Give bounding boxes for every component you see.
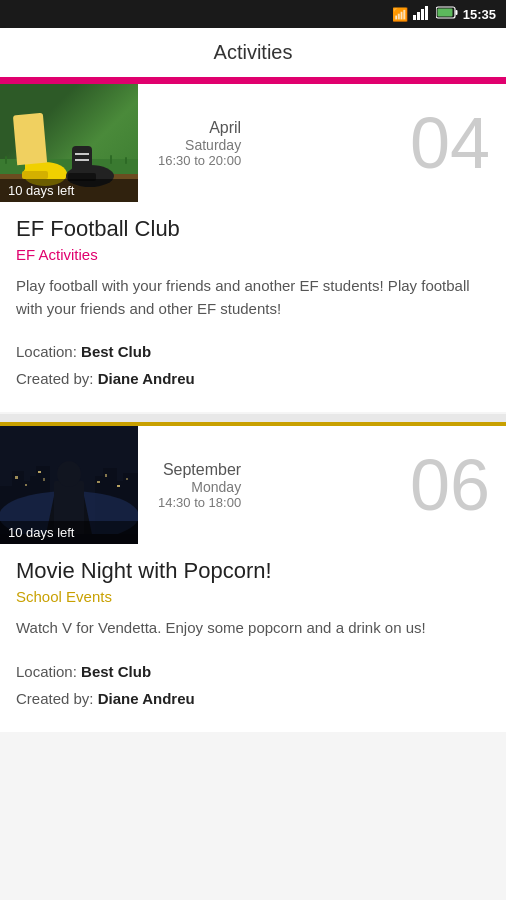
battery-icon [436, 6, 458, 22]
activity-thumbnail-2: 10 days left [0, 426, 138, 544]
activities-list: 10 days left April Saturday 16:30 to 20:… [0, 80, 506, 732]
svg-rect-1 [417, 12, 420, 20]
svg-rect-43 [97, 481, 100, 483]
date-section-1: April Saturday 16:30 to 20:00 04 [138, 84, 506, 202]
wifi-icon: 📶 [392, 7, 408, 22]
svg-rect-6 [437, 9, 452, 17]
activity-card-2[interactable]: 10 days left September Monday 14:30 to 1… [0, 422, 506, 732]
event-category-1: EF Activities [16, 246, 490, 263]
svg-rect-21 [110, 155, 112, 164]
svg-rect-22 [125, 157, 127, 164]
days-left-badge-1: 10 days left [0, 179, 138, 202]
date-day-2: Monday [158, 479, 241, 495]
activity-card-1[interactable]: 10 days left April Saturday 16:30 to 20:… [0, 80, 506, 412]
card-content-2: Movie Night with Popcorn! School Events … [0, 544, 506, 732]
event-location-1: Location: Best Club [16, 338, 490, 365]
svg-rect-11 [22, 171, 48, 179]
status-icons: 📶 15:35 [392, 6, 496, 23]
time-display: 15:35 [463, 7, 496, 22]
event-description-2: Watch V for Vendetta. Enjoy some popcorn… [16, 617, 490, 640]
svg-point-35 [57, 461, 81, 487]
svg-rect-5 [455, 10, 457, 15]
activity-image-row-1: 10 days left April Saturday 16:30 to 20:… [0, 84, 506, 202]
status-bar: 📶 15:35 [0, 0, 506, 28]
date-month-2: September [158, 461, 241, 479]
event-location-2: Location: Best Club [16, 658, 490, 685]
activity-image-row-2: 10 days left September Monday 14:30 to 1… [0, 426, 506, 544]
svg-rect-41 [38, 471, 41, 473]
date-section-2: September Monday 14:30 to 18:00 06 [138, 426, 506, 544]
date-info-1: April Saturday 16:30 to 20:00 [158, 119, 241, 168]
event-creator-2: Created by: Diane Andreu [16, 685, 490, 712]
svg-rect-0 [413, 15, 416, 20]
event-meta-2: Location: Best Club Created by: Diane An… [16, 658, 490, 712]
svg-rect-42 [43, 478, 45, 481]
svg-rect-46 [126, 478, 128, 480]
svg-rect-2 [421, 9, 424, 20]
days-left-badge-2: 10 days left [0, 521, 138, 544]
date-day-1: Saturday [158, 137, 241, 153]
svg-rect-3 [425, 6, 428, 20]
svg-rect-44 [105, 474, 107, 477]
date-info-2: September Monday 14:30 to 18:00 [158, 461, 241, 510]
event-creator-1: Created by: Diane Andreu [16, 365, 490, 392]
event-meta-1: Location: Best Club Created by: Diane An… [16, 338, 490, 392]
top-bar: Activities [0, 28, 506, 80]
date-number-1: 04 [410, 107, 490, 179]
svg-rect-39 [15, 476, 18, 479]
date-number-2: 06 [410, 449, 490, 521]
card-separator [0, 414, 506, 422]
svg-rect-20 [20, 154, 22, 164]
card-content-1: EF Football Club EF Activities Play foot… [0, 202, 506, 412]
signal-icon [413, 6, 431, 23]
event-category-2: School Events [16, 588, 490, 605]
date-month-1: April [158, 119, 241, 137]
event-title-2: Movie Night with Popcorn! [16, 558, 490, 584]
event-title-1: EF Football Club [16, 216, 490, 242]
date-time-2: 14:30 to 18:00 [158, 495, 241, 510]
date-time-1: 16:30 to 20:00 [158, 153, 241, 168]
svg-rect-40 [25, 484, 27, 486]
svg-rect-45 [117, 485, 120, 487]
activity-thumbnail-1: 10 days left [0, 84, 138, 202]
page-title: Activities [214, 41, 293, 64]
event-description-1: Play football with your friends and anot… [16, 275, 490, 320]
svg-rect-19 [5, 156, 7, 164]
